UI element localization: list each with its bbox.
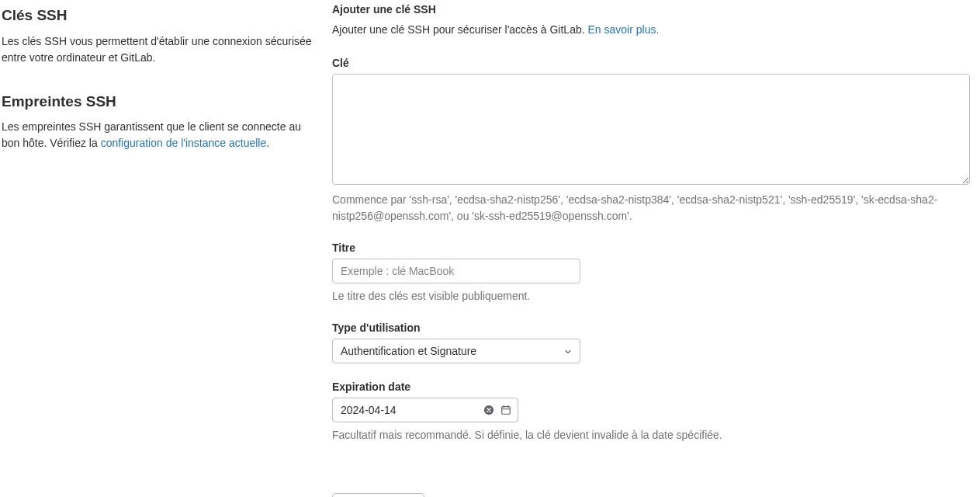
learn-more-link[interactable]: En savoir plus. [588,23,660,36]
usage-type-selected: Authentification et Signature [341,345,476,357]
add-key-button[interactable]: Ajouter une clé [332,493,424,497]
add-ssh-key-title: Ajouter une clé SSH [332,3,971,16]
key-textarea[interactable] [332,74,970,185]
ssh-fingerprints-desc-suffix: . [266,137,269,149]
calendar-icon[interactable] [500,404,512,416]
usage-type-label: Type d'utilisation [332,321,971,334]
clear-icon[interactable] [483,404,495,416]
instance-config-link[interactable]: configuration de l'instance actuelle [101,137,267,149]
expiration-label: Expiration date [332,381,971,393]
ssh-keys-description: Les clés SSH vous permettent d'établir u… [2,33,320,66]
ssh-fingerprints-description: Les empreintes SSH garantissent que le c… [2,119,320,151]
expiration-field-group: Expiration date [332,381,971,443]
usage-type-field-group: Type d'utilisation Authentification et S… [332,321,971,363]
ssh-keys-title: Clés SSH [2,6,320,26]
title-label: Titre [332,242,971,254]
title-field-group: Titre Le titre des clés est visible publ… [332,242,971,304]
key-field-group: Clé Commence par 'ssh-rsa', 'ecdsa-sha2-… [332,57,971,224]
svg-rect-1 [502,407,511,415]
title-input[interactable] [332,259,580,283]
ssh-fingerprints-section: Empreintes SSH Les empreintes SSH garant… [2,92,320,152]
expiration-help-text: Facultatif mais recommandé. Si définie, … [332,427,970,443]
usage-type-select[interactable]: Authentification et Signature [332,339,580,363]
ssh-fingerprints-title: Empreintes SSH [2,92,320,112]
ssh-keys-section: Clés SSH Les clés SSH vous permettent d'… [2,6,320,66]
title-help-text: Le titre des clés est visible publiqueme… [332,288,970,304]
key-help-text: Commence par 'ssh-rsa', 'ecdsa-sha2-nist… [332,192,970,224]
intro-text: Ajouter une clé SSH pour sécuriser l'acc… [332,23,588,36]
key-label: Clé [332,57,971,69]
add-ssh-key-intro: Ajouter une clé SSH pour sécuriser l'acc… [332,22,971,38]
